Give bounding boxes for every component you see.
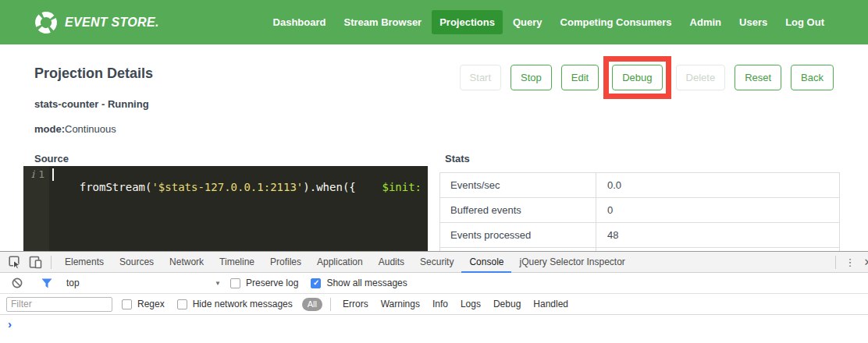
tab-elements[interactable]: Elements (57, 252, 112, 273)
code-token-variable: $init: (382, 181, 422, 193)
stop-button[interactable]: Stop (510, 65, 552, 90)
delete-button[interactable]: Delete (676, 65, 726, 90)
execution-context-select[interactable]: top ▼ (66, 278, 221, 288)
source-section-label: Source (34, 153, 69, 164)
level-all-pill[interactable]: All (302, 298, 322, 311)
devtools-window-controls: ⋮ ✕ (830, 256, 868, 269)
source-code-editor[interactable]: i1 fromStream('$stats-127.0.0.1:2113').w… (23, 166, 428, 251)
page-title: Projection Details (34, 65, 153, 82)
annotation-info-icon: i (31, 168, 34, 180)
level-errors[interactable]: Errors (343, 299, 368, 309)
clear-console-icon[interactable] (7, 274, 27, 292)
console-toolbar-main: top ▼ Preserve log Show all messages (0, 273, 868, 294)
code-token-string: '$stats-127.0.0.1:2113' (151, 181, 303, 193)
level-logs[interactable]: Logs (461, 299, 481, 309)
inspect-element-icon[interactable] (5, 253, 25, 271)
hide-network-messages-checkbox[interactable] (177, 299, 187, 309)
level-debug[interactable]: Debug (493, 299, 521, 309)
brand[interactable]: EVENT STORE. (34, 11, 159, 34)
tab-jquery-selector-inspector[interactable]: jQuery Selector Inspector (511, 252, 632, 273)
level-handled[interactable]: Handled (533, 299, 568, 309)
level-info[interactable]: Info (432, 299, 448, 309)
code-token: fromStream( (80, 181, 152, 193)
chevron-down-icon: ▼ (215, 280, 221, 287)
devtools-tabbar: Elements Sources Network Timeline Profil… (0, 252, 868, 273)
nav-item-competing-consumers[interactable]: Competing Consumers (553, 10, 680, 34)
projection-status: stats-counter - Running (34, 98, 149, 110)
tab-profiles[interactable]: Profiles (262, 252, 309, 273)
level-warnings[interactable]: Warnings (381, 299, 420, 309)
show-all-messages-checkbox[interactable] (311, 278, 321, 288)
table-row: Events/sec 0.0 (439, 173, 840, 198)
show-all-messages-label: Show all messages (326, 278, 407, 288)
mode-value: Continuous (65, 123, 116, 135)
projection-mode: mode:Continuous (34, 123, 116, 135)
table-row: Events processed 48 (439, 223, 840, 248)
context-value: top (66, 278, 80, 288)
edit-button[interactable]: Edit (561, 65, 599, 90)
text-cursor (52, 168, 54, 181)
tab-audits[interactable]: Audits (371, 252, 412, 273)
brand-title: EVENT STORE. (65, 16, 159, 30)
tab-application[interactable]: Application (309, 252, 371, 273)
console-output[interactable]: › (0, 315, 868, 343)
reset-button[interactable]: Reset (735, 65, 781, 90)
code-line[interactable]: fromStream('$stats-127.0.0.1:2113').when… (49, 166, 428, 251)
console-toolbar-filter: Regex Hide network messages All Errors W… (0, 294, 868, 315)
filter-input[interactable] (6, 297, 112, 312)
toolbar-divider (330, 298, 331, 311)
regex-label: Regex (137, 299, 165, 309)
nav-item-users[interactable]: Users (731, 10, 775, 34)
debug-button[interactable]: Debug (612, 65, 662, 90)
nav-item-dashboard[interactable]: Dashboard (265, 10, 334, 34)
projection-action-buttons: Start Stop Edit Debug Delete Reset Back (460, 59, 834, 95)
stat-value: 0.0 (596, 173, 839, 197)
overflow-menu-icon[interactable]: ⋮ (841, 256, 859, 268)
toolbar-divider (835, 256, 836, 269)
stat-name: Buffered events (440, 198, 596, 222)
stat-value: 0 (596, 198, 839, 222)
console-prompt-icon[interactable]: › (8, 317, 12, 331)
stat-value: 48 (596, 223, 839, 247)
nav-item-admin[interactable]: Admin (682, 10, 729, 34)
code-token: ).when({ (303, 181, 382, 193)
preserve-log-checkbox[interactable] (230, 278, 240, 288)
preserve-log-label: Preserve log (246, 278, 298, 288)
stats-table: Events/sec 0.0 Buffered events 0 Events … (439, 172, 840, 251)
code-token (422, 181, 428, 193)
tab-network[interactable]: Network (162, 252, 212, 273)
device-toolbar-icon[interactable] (25, 253, 45, 271)
stats-section-label: Stats (445, 153, 470, 164)
nav-item-projections[interactable]: Projections (432, 10, 503, 34)
stat-name: Events/sec (440, 173, 596, 197)
devtools-panel: Elements Sources Network Timeline Profil… (0, 251, 868, 343)
close-icon[interactable]: ✕ (859, 256, 868, 268)
back-button[interactable]: Back (791, 65, 834, 90)
debug-highlight-annotation: Debug (603, 56, 671, 99)
toolbar-divider (51, 256, 52, 269)
nav-menu: Dashboard Stream Browser Projections Que… (265, 10, 832, 34)
nav-item-query[interactable]: Query (505, 10, 550, 34)
table-row: Buffered events 0 (439, 198, 840, 223)
mode-label: mode: (34, 123, 65, 135)
nav-item-stream-browser[interactable]: Stream Browser (336, 10, 429, 34)
filter-icon[interactable] (37, 274, 57, 292)
event-store-logo-icon (34, 11, 58, 34)
stat-name: Events processed (440, 223, 596, 247)
tab-security[interactable]: Security (412, 252, 461, 273)
nav-item-logout[interactable]: Log Out (777, 10, 832, 34)
regex-checkbox[interactable] (122, 299, 132, 309)
top-navbar: EVENT STORE. Dashboard Stream Browser Pr… (0, 0, 868, 44)
tab-console[interactable]: Console (461, 252, 511, 273)
start-button[interactable]: Start (460, 65, 501, 90)
line-number: 1 (38, 168, 44, 180)
hide-network-messages-label: Hide network messages (193, 299, 293, 309)
editor-gutter: i1 (23, 166, 49, 251)
tab-timeline[interactable]: Timeline (212, 252, 262, 273)
tab-sources[interactable]: Sources (112, 252, 162, 273)
